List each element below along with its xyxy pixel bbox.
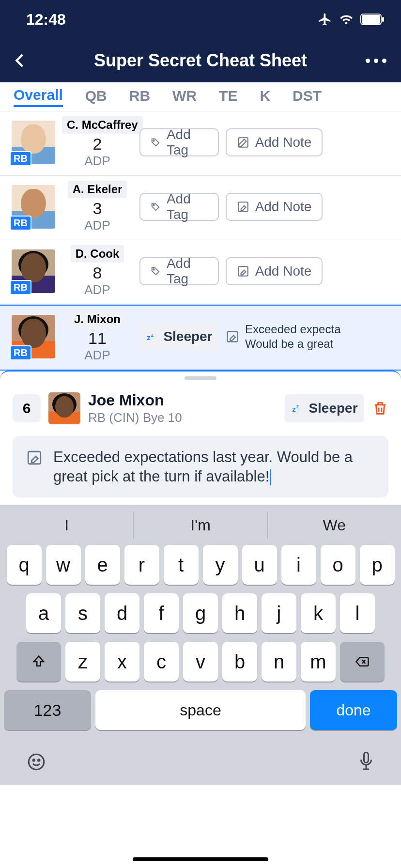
wifi-icon: [339, 14, 354, 25]
svg-rect-1: [362, 15, 380, 24]
note-preview[interactable]: Exceeded expecta Would be a great: [226, 322, 342, 351]
player-name: D. Cook: [71, 245, 124, 263]
key-d[interactable]: d: [105, 593, 139, 633]
tab-te[interactable]: TE: [219, 88, 237, 106]
add-tag-button[interactable]: Add Tag: [139, 257, 219, 285]
key-u[interactable]: u: [242, 545, 277, 585]
tab-dst[interactable]: DST: [293, 88, 322, 106]
more-button[interactable]: [366, 59, 386, 63]
key-q[interactable]: q: [7, 545, 42, 585]
tab-qb[interactable]: QB: [85, 88, 107, 106]
space-key[interactable]: space: [95, 690, 306, 730]
player-row[interactable]: RB C. McCaffrey 2 ADP Add Tag Add Note: [0, 111, 401, 176]
key-p[interactable]: p: [360, 545, 395, 585]
delete-button[interactable]: [372, 399, 388, 418]
key-a[interactable]: a: [26, 593, 61, 633]
rank-box: 6: [13, 394, 41, 422]
position-badge: RB: [10, 280, 31, 295]
home-indicator[interactable]: [133, 857, 268, 861]
tag-icon: [150, 265, 161, 278]
edit-icon: [237, 201, 249, 213]
add-note-button[interactable]: Add Note: [226, 128, 323, 156]
edit-icon: [237, 265, 249, 278]
add-note-button[interactable]: Add Note: [226, 257, 323, 285]
edit-icon: [226, 330, 239, 343]
sleeper-tag[interactable]: zz Sleeper: [139, 323, 219, 351]
player-avatar: RB: [12, 315, 55, 358]
key-e[interactable]: e: [85, 545, 120, 585]
key-m[interactable]: m: [301, 642, 336, 682]
tab-k[interactable]: K: [260, 88, 270, 106]
position-badge: RB: [10, 216, 31, 231]
svg-text:z: z: [296, 403, 299, 409]
suggestion[interactable]: I: [0, 505, 133, 545]
tab-rb[interactable]: RB: [129, 88, 150, 106]
done-key[interactable]: done: [310, 690, 397, 730]
battery-icon: [360, 14, 385, 25]
player-detail-sheet: 6 Joe Mixon RB (CIN) Bye 10 zz Sleeper E…: [0, 371, 401, 497]
tab-overall[interactable]: Overall: [14, 87, 63, 107]
sheet-player-meta: RB (CIN) Bye 10: [88, 410, 182, 425]
key-r[interactable]: r: [124, 545, 159, 585]
key-i[interactable]: i: [281, 545, 316, 585]
key-o[interactable]: o: [321, 545, 355, 585]
adp-label: ADP: [62, 348, 133, 363]
numbers-key[interactable]: 123: [4, 690, 91, 730]
player-row[interactable]: RB A. Ekeler 3 ADP Add Tag Add Note: [0, 176, 401, 240]
key-g[interactable]: g: [183, 593, 218, 633]
key-c[interactable]: c: [144, 642, 179, 682]
note-editor[interactable]: Exceeded expectations last year. Would b…: [13, 436, 388, 497]
key-h[interactable]: h: [222, 593, 257, 633]
adp-value: 8: [62, 264, 133, 282]
player-name: J. Mixon: [69, 310, 125, 328]
key-z[interactable]: z: [65, 642, 100, 682]
key-w[interactable]: w: [46, 545, 81, 585]
key-k[interactable]: k: [301, 593, 336, 633]
key-s[interactable]: s: [65, 593, 100, 633]
shift-key[interactable]: [16, 642, 61, 682]
key-y[interactable]: y: [203, 545, 238, 585]
position-tabs: Overall QB RB WR TE K DST: [0, 82, 401, 111]
key-b[interactable]: b: [222, 642, 257, 682]
status-bar: 12:48: [0, 0, 401, 39]
key-t[interactable]: t: [164, 545, 199, 585]
tag-icon: [150, 201, 161, 213]
sheet-avatar: [48, 392, 80, 424]
emoji-button[interactable]: [26, 752, 46, 772]
key-v[interactable]: v: [183, 642, 218, 682]
drag-handle[interactable]: [185, 376, 216, 380]
svg-text:z: z: [147, 333, 151, 341]
adp-label: ADP: [62, 282, 133, 297]
player-row[interactable]: RB J. Mixon 11 ADP zz Sleeper Exceeded e…: [0, 305, 401, 371]
player-row[interactable]: RB D. Cook 8 ADP Add Tag Add Note: [0, 240, 401, 305]
tab-wr[interactable]: WR: [172, 88, 197, 106]
key-n[interactable]: n: [262, 642, 296, 682]
suggestion[interactable]: We: [268, 505, 401, 545]
player-avatar: RB: [12, 185, 55, 229]
note-text[interactable]: Exceeded expectations last year. Would b…: [53, 448, 375, 486]
status-time: 12:48: [26, 11, 66, 29]
player-avatar: RB: [12, 249, 55, 293]
keyboard-footer: [0, 739, 401, 785]
svg-rect-2: [382, 17, 384, 22]
add-note-button[interactable]: Add Note: [226, 193, 323, 221]
backspace-key[interactable]: [340, 642, 385, 682]
add-tag-button[interactable]: Add Tag: [139, 128, 219, 156]
sleeper-icon: zz: [291, 402, 304, 415]
adp-label: ADP: [62, 154, 133, 169]
sleeper-tag[interactable]: zz Sleeper: [285, 394, 364, 422]
add-tag-button[interactable]: Add Tag: [139, 193, 219, 221]
tag-icon: [150, 136, 161, 149]
key-x[interactable]: x: [105, 642, 139, 682]
svg-point-15: [29, 755, 44, 770]
dictation-button[interactable]: [357, 751, 375, 773]
key-l[interactable]: l: [340, 593, 375, 633]
edit-icon: [26, 450, 43, 466]
position-badge: RB: [10, 345, 31, 360]
suggestion[interactable]: I'm: [134, 505, 267, 545]
svg-text:z: z: [151, 332, 154, 338]
status-icons: [318, 12, 385, 27]
nav-bar: Super Secret Cheat Sheet: [0, 39, 401, 82]
key-f[interactable]: f: [144, 593, 179, 633]
key-j[interactable]: j: [262, 593, 296, 633]
